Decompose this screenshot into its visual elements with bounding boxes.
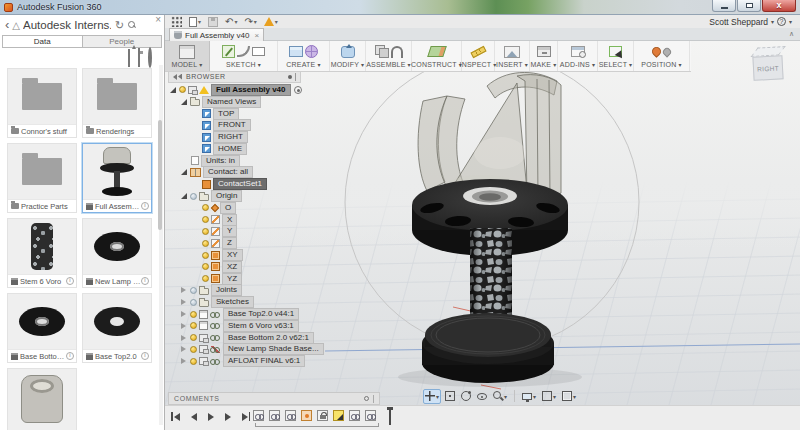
search-icon[interactable]: [128, 21, 136, 29]
comments-settings-icon[interactable]: [364, 396, 369, 401]
job-status-caret-icon[interactable]: ▾: [275, 18, 278, 25]
bulb-icon[interactable]: [202, 204, 209, 211]
ribbon-group-label[interactable]: INSERT▾: [496, 61, 528, 68]
browser-collapse-icon[interactable]: [173, 74, 177, 80]
display-settings-button[interactable]: ▾: [520, 389, 538, 404]
data-panel-scrollbar[interactable]: [159, 65, 163, 425]
bulb-icon[interactable]: [202, 216, 209, 223]
timeline-feature-health[interactable]: [333, 410, 344, 421]
browser-tree-row[interactable]: YZ: [168, 273, 343, 285]
viewports-button[interactable]: ▾: [560, 389, 578, 404]
tab-close-icon[interactable]: ×: [254, 31, 259, 40]
timeline-feature-joint[interactable]: [253, 410, 264, 421]
browser-tree-row[interactable]: Base Bottom 2.0 v62:1: [168, 332, 343, 344]
user-menu[interactable]: Scott Sheppard: [709, 17, 768, 27]
bulb-icon[interactable]: [202, 263, 209, 270]
expand-closed-icon[interactable]: [181, 311, 186, 317]
bulb-icon[interactable]: [202, 275, 209, 282]
card-base-bottom-2-0[interactable]: Base Bottom 2.0: [7, 293, 77, 363]
expand-open-icon[interactable]: [181, 99, 187, 105]
bulb-icon[interactable]: [202, 252, 209, 259]
card-renderings[interactable]: Renderings: [82, 68, 152, 138]
refresh-icon[interactable]: ↻: [115, 19, 124, 32]
expand-closed-icon[interactable]: [181, 346, 186, 352]
browser-tree-row[interactable]: Joints: [168, 285, 343, 297]
ribbon-group-label[interactable]: INSPECT▾: [460, 61, 497, 68]
view-cube-front-face[interactable]: RIGHT: [752, 55, 783, 81]
browser-node-label[interactable]: FRONT: [213, 119, 251, 131]
ribbon-group-make[interactable]: MAKE▾: [530, 41, 558, 71]
card-untitled[interactable]: [7, 368, 77, 430]
expand-closed-icon[interactable]: [181, 299, 186, 305]
orbit-button[interactable]: [459, 389, 473, 404]
browser-node-label[interactable]: New Lamp Shade Base...: [223, 343, 324, 355]
browser-node-label[interactable]: Joints: [211, 284, 242, 296]
browser-tree-row[interactable]: HOME: [168, 143, 343, 155]
info-icon[interactable]: [66, 352, 74, 360]
timeline-marker[interactable]: [389, 408, 391, 425]
browser-node-label[interactable]: Base Bottom 2.0 v62:1: [223, 332, 314, 344]
info-icon[interactable]: [141, 202, 149, 210]
ribbon-group-label[interactable]: POSITION▾: [641, 61, 681, 68]
bulb-off-icon[interactable]: [190, 299, 197, 306]
step-forward-icon[interactable]: [222, 411, 233, 422]
browser-tree-row[interactable]: O: [168, 202, 343, 214]
timeline-feature-joint[interactable]: [285, 410, 296, 421]
thumbnail-view-icon[interactable]: [138, 49, 140, 67]
browser-options-icon[interactable]: [288, 75, 292, 79]
browser-tree-row[interactable]: Named Views: [168, 96, 343, 108]
browser-node-label[interactable]: HOME: [213, 143, 247, 155]
browser-node-label[interactable]: TOP: [213, 108, 239, 120]
expand-open-icon[interactable]: [170, 87, 176, 93]
bulb-icon[interactable]: [179, 86, 186, 93]
redo-caret-icon[interactable]: ▾: [254, 18, 257, 25]
toolbar-collapse-icon[interactable]: ∧: [789, 30, 794, 38]
timeline-feature-joint[interactable]: [269, 410, 280, 421]
card-new-lamp-shade-[interactable]: New Lamp Shade ...: [82, 218, 152, 288]
close-button[interactable]: x: [762, 0, 796, 12]
save-button[interactable]: [208, 17, 218, 27]
activate-radio-icon[interactable]: [294, 86, 302, 94]
document-tab[interactable]: Full Assembly v40 ×: [169, 28, 264, 41]
card-stem-6-voro[interactable]: Stem 6 Voro: [7, 218, 77, 288]
expand-closed-icon[interactable]: [181, 335, 186, 341]
view-cube[interactable]: RIGHT: [747, 45, 791, 91]
info-icon[interactable]: [66, 277, 74, 285]
browser-tree-row[interactable]: Origin: [168, 190, 343, 202]
browser-node-label[interactable]: Units: in: [201, 155, 240, 167]
help-icon[interactable]: ?: [777, 17, 786, 26]
ribbon-group-modify[interactable]: MODIFY▾: [330, 41, 366, 71]
browser-tree-row[interactable]: Z: [168, 237, 343, 249]
browser-tree-row[interactable]: TOP: [168, 108, 343, 120]
browser-tree-row[interactable]: FRONT: [168, 119, 343, 131]
bulb-icon[interactable]: [190, 311, 197, 318]
browser-tree-row[interactable]: RIGHT: [168, 131, 343, 143]
browser-tree-row[interactable]: Units: in: [168, 155, 343, 167]
bulb-off-icon[interactable]: [190, 287, 197, 294]
tab-data[interactable]: Data: [2, 35, 82, 48]
restore-button[interactable]: [737, 0, 761, 12]
help-caret-icon[interactable]: ▾: [789, 18, 792, 25]
ribbon-group-assemble[interactable]: ASSEMBLE▾: [366, 41, 412, 71]
browser-tree-row[interactable]: XZ: [168, 261, 343, 273]
file-caret-icon[interactable]: ▾: [198, 18, 201, 25]
browser-tree-row[interactable]: X: [168, 214, 343, 226]
expand-closed-icon[interactable]: [181, 323, 186, 329]
browser-tree-row[interactable]: Y: [168, 226, 343, 238]
ribbon-group-create[interactable]: CREATE▾: [278, 41, 330, 71]
ribbon-group-inspect[interactable]: INSPECT▾: [462, 41, 495, 71]
card-connor-s-stuff[interactable]: Connor's stuff: [7, 68, 77, 138]
step-back-icon[interactable]: [188, 411, 199, 422]
comments-panel[interactable]: COMMENTS: [168, 392, 380, 405]
bulb-icon[interactable]: [202, 240, 209, 247]
pan-button[interactable]: ▾: [423, 389, 441, 404]
info-icon[interactable]: [141, 352, 149, 360]
card-full-assembly[interactable]: Full Assembly: [82, 143, 152, 213]
expand-closed-icon[interactable]: [181, 358, 186, 364]
browser-node-label[interactable]: ContactSet1: [213, 178, 267, 190]
ribbon-group-label[interactable]: MODEL▾: [171, 61, 202, 68]
go-to-start-icon[interactable]: [171, 411, 182, 422]
scrollbar-thumb[interactable]: [158, 120, 162, 230]
browser-node-label[interactable]: Full Assembly v40: [211, 84, 291, 96]
browser-node-label[interactable]: RIGHT: [213, 131, 248, 143]
